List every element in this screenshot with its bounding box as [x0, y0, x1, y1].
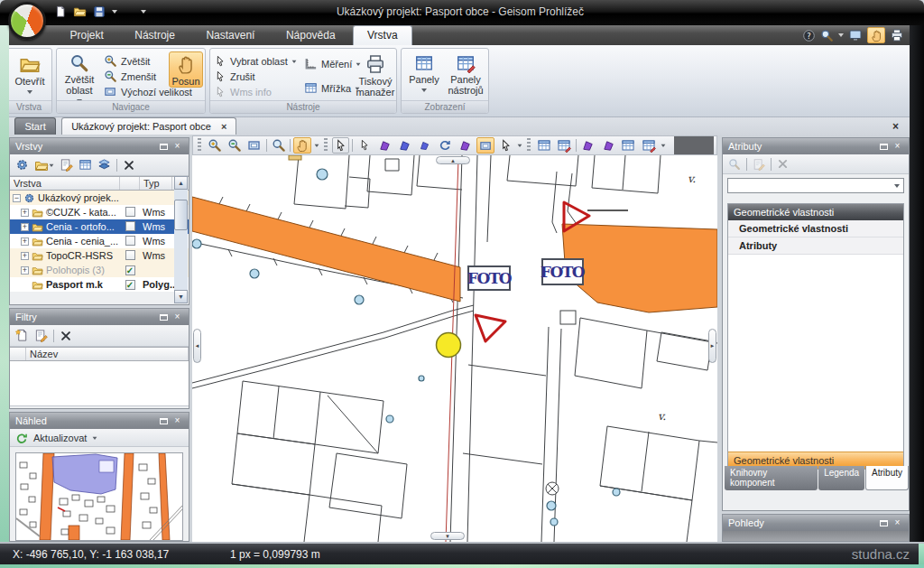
layer-row[interactable]: +Polohopis (3) ✓ [10, 263, 189, 277]
foto-marker[interactable]: FOTO [541, 259, 586, 284]
highlight-tool-button[interactable] [476, 137, 494, 154]
close-icon[interactable]: × [892, 518, 903, 528]
open-folder-icon[interactable] [73, 5, 87, 18]
refresh-icon[interactable] [15, 432, 28, 444]
tab-knihovny-komponent[interactable]: Knihovny komponent [725, 466, 818, 490]
panels-button[interactable]: Panely [403, 51, 445, 95]
layer-checkbox[interactable]: ✓ [125, 280, 135, 290]
collapse-icon[interactable]: − [13, 194, 21, 202]
map-zoom-in-button[interactable] [206, 137, 223, 154]
tab-project[interactable]: Ukázkový projekt: Pasport obce × [61, 117, 236, 135]
map-canvas[interactable]: FOTO FOTO v. v. [192, 155, 717, 542]
zoom-icon[interactable] [820, 29, 834, 42]
layer-row[interactable]: +©CUZK - kata... Wms [10, 205, 189, 219]
close-icon[interactable]: × [171, 416, 183, 426]
restore-icon[interactable] [880, 144, 888, 150]
expand-icon[interactable]: + [21, 266, 29, 275]
layers-panel-titlebar[interactable]: Vrstvy × [10, 138, 189, 154]
new-document-icon[interactable] [54, 5, 67, 18]
printer-icon[interactable] [890, 28, 904, 42]
tab-vrstva[interactable]: Vrstva [353, 25, 412, 45]
close-icon[interactable]: × [171, 142, 183, 152]
close-icon[interactable]: × [171, 312, 183, 322]
map-extent-button[interactable] [246, 137, 263, 154]
close-icon[interactable]: × [892, 142, 903, 152]
attributes-item-attributes[interactable]: Atributy [728, 237, 903, 255]
tab-legenda[interactable]: Legenda [818, 466, 864, 490]
expand-icon[interactable]: + [21, 223, 29, 231]
rotate-button[interactable] [437, 137, 454, 154]
application-orb-button[interactable] [8, 2, 46, 40]
filters-list[interactable] [10, 361, 189, 406]
map-select-button[interactable] [332, 137, 349, 154]
edit-filter-icon[interactable] [34, 329, 48, 342]
layers-icon[interactable] [97, 158, 111, 172]
minimize-icon[interactable] [160, 314, 168, 321]
views-panel-titlebar[interactable]: Pohledy × [723, 515, 909, 531]
tab-nastroje[interactable]: Nástroje [121, 25, 189, 44]
save-icon[interactable] [93, 5, 106, 18]
expand-icon[interactable]: + [21, 252, 29, 260]
layer-row[interactable]: +Cenia - cenia_... Wms [10, 234, 189, 248]
filters-panel-titlebar[interactable]: Filtry × [10, 309, 189, 325]
map-zoom-window-button[interactable] [270, 137, 287, 154]
cursor-tool-button[interactable] [497, 137, 514, 154]
pan-button[interactable]: Posun [169, 51, 203, 88]
column-nazev[interactable]: Název [26, 348, 189, 360]
tab-close-icon[interactable]: × [221, 121, 226, 132]
grid-button[interactable]: Mřížka [304, 80, 361, 96]
view-close-icon[interactable]: × [892, 120, 899, 133]
scroll-thumb[interactable] [174, 200, 188, 230]
pan-right-button[interactable]: ► [708, 329, 716, 363]
minimize-icon[interactable] [160, 418, 168, 424]
red-triangle-marker[interactable] [476, 315, 505, 341]
pan-down-button[interactable]: ▼ [430, 532, 465, 540]
tab-projekt[interactable]: Projekt [56, 25, 116, 44]
zoom-area-button[interactable]: Zvětšit oblast [59, 51, 100, 106]
refresh-dropdown-icon[interactable] [93, 436, 97, 442]
expand-icon[interactable]: + [21, 209, 29, 217]
qat-customize-icon[interactable] [141, 10, 146, 16]
edit-layer-icon[interactable] [60, 158, 73, 172]
map-pan-button[interactable] [293, 137, 310, 154]
cursor-dropdown-icon[interactable] [518, 144, 522, 150]
pan-left-button[interactable]: ◄ [193, 329, 201, 363]
pan-dropdown-icon[interactable] [314, 144, 319, 150]
select-rectangle-button[interactable] [416, 137, 433, 154]
toolbar-grip[interactable] [324, 138, 328, 153]
select-area-button[interactable]: Vybrat oblast [214, 53, 297, 69]
layer-row-selected[interactable]: +Cenia - ortofo... Wms [10, 219, 189, 234]
foto-marker[interactable]: FOTO [467, 266, 513, 290]
help-icon[interactable] [802, 29, 816, 42]
map-zoom-out-button[interactable] [226, 137, 243, 154]
preview-thumbnail[interactable] [15, 452, 183, 541]
measure-button[interactable]: Měření [304, 56, 361, 71]
layer-checkbox[interactable] [125, 236, 135, 246]
layer-checkbox[interactable]: ✓ [125, 265, 135, 275]
print-manager-button[interactable]: Tiskový manažer [355, 51, 396, 98]
refresh-button[interactable]: Aktualizovat [33, 433, 87, 443]
new-filter-icon[interactable] [15, 329, 29, 342]
attribute-table2-button[interactable] [556, 137, 573, 154]
zoom-dropdown-icon[interactable] [838, 33, 844, 40]
pan-quick-button[interactable] [867, 27, 885, 43]
minimize-icon[interactable] [160, 144, 168, 150]
remove-layer-icon[interactable] [123, 159, 135, 172]
tab-start[interactable]: Start [14, 117, 55, 135]
attribute-table-button[interactable] [535, 137, 552, 154]
layer-row[interactable]: +TopoCR-HSRS Wms [10, 248, 189, 263]
attribute-table-icon[interactable] [79, 158, 92, 172]
remove-filter-icon[interactable] [60, 330, 72, 342]
minimize-icon[interactable] [880, 520, 888, 526]
expand-icon[interactable]: + [21, 237, 29, 246]
layer-checkbox[interactable] [125, 221, 135, 231]
toolbars-button[interactable]: Panely nástrojů [445, 51, 486, 96]
select-polygon-button[interactable] [396, 137, 413, 154]
theme-d-button[interactable] [640, 137, 657, 154]
tab-atributy[interactable]: Atributy [865, 466, 909, 490]
themes-dropdown-icon[interactable] [661, 144, 665, 150]
column-vrstva[interactable]: Vrstva [10, 177, 120, 190]
feature-select-combobox[interactable] [727, 178, 904, 193]
layer-checkbox[interactable] [125, 250, 135, 260]
edit-vertices-button[interactable] [376, 137, 393, 154]
